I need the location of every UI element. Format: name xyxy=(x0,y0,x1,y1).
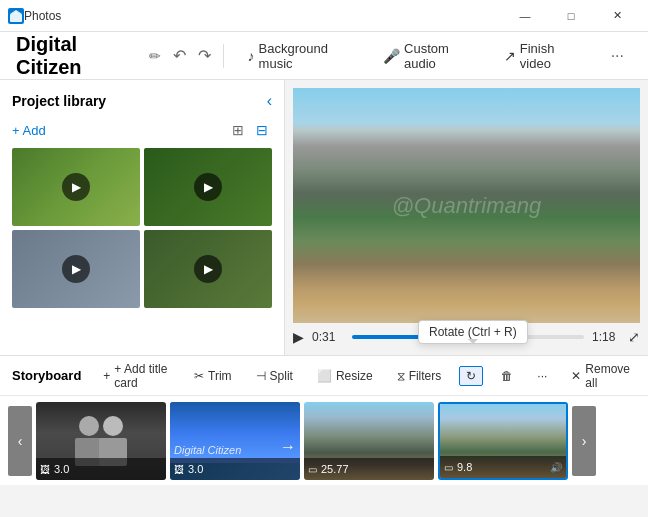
more-options-button[interactable]: ··· xyxy=(531,367,553,385)
clip-1[interactable]: 🖼 3.0 xyxy=(36,402,166,480)
trim-button[interactable]: ✂ Trim xyxy=(188,367,238,385)
storyboard-clips: ‹ 🖼 3.0 Digital Citizen → 🖼 xyxy=(0,396,648,486)
project-library-panel: Project library ‹ + Add ⊞ ⊟ ▶ ▶ ▶ ▶ xyxy=(0,80,285,355)
grid-view-1-button[interactable]: ⊞ xyxy=(228,120,248,140)
toolbar-divider xyxy=(223,44,224,68)
background-music-label: Background music xyxy=(259,41,351,71)
grid-view-2-button[interactable]: ⊟ xyxy=(252,120,272,140)
total-time: 1:18 xyxy=(592,330,620,344)
clip-4-audio-icon: 🔊 xyxy=(550,462,562,473)
main-toolbar: Digital Citizen ✏ ↶ ↷ ♪ Background music… xyxy=(0,32,648,80)
add-media-row: + Add ⊞ ⊟ xyxy=(12,120,272,140)
resize-button[interactable]: ⬜ Resize xyxy=(311,367,379,385)
fullscreen-button[interactable]: ⤢ xyxy=(628,329,640,345)
audio-icon: 🎤 xyxy=(383,48,400,64)
storyboard-area: Storyboard + + Add title card ✂ Trim ⊣ S… xyxy=(0,355,648,485)
toolbar-more-button[interactable]: ··· xyxy=(603,43,632,69)
panel-header: Project library ‹ xyxy=(12,92,272,110)
preview-image xyxy=(293,88,640,323)
tooltip-text: Rotate (Ctrl + R) xyxy=(429,325,517,339)
clip-1-bottom: 🖼 3.0 xyxy=(36,458,166,480)
edit-title-icon[interactable]: ✏ xyxy=(149,48,161,64)
storyboard-toolbar: Storyboard + + Add title card ✂ Trim ⊣ S… xyxy=(0,356,648,396)
more-options-icon: ··· xyxy=(537,369,547,383)
play-overlay-3: ▶ xyxy=(62,255,90,283)
clip-4-duration: 9.8 xyxy=(457,461,472,473)
split-icon: ⊣ xyxy=(256,369,266,383)
play-overlay-1: ▶ xyxy=(62,173,90,201)
clip-1-duration: 3.0 xyxy=(54,463,69,475)
titlebar: Photos — □ ✕ xyxy=(0,0,648,32)
finish-video-button[interactable]: ↗ Finish video xyxy=(496,37,587,75)
remove-all-button[interactable]: ✕ Remove all xyxy=(565,360,636,392)
panel-title: Project library xyxy=(12,93,106,109)
scroll-left-button[interactable]: ‹ xyxy=(8,406,32,476)
trim-icon: ✂ xyxy=(194,369,204,383)
preview-panel: @Quantrimang ▶ 0:31 1:18 ⤢ xyxy=(285,80,648,355)
close-button[interactable]: ✕ xyxy=(594,0,640,32)
export-icon: ↗ xyxy=(504,48,516,64)
delete-button[interactable]: 🗑 xyxy=(495,367,519,385)
play-overlay-2: ▶ xyxy=(194,173,222,201)
filters-label: Filters xyxy=(409,369,442,383)
clip-4-type-icon: ▭ xyxy=(444,462,453,473)
add-title-card-label: + Add title card xyxy=(114,362,170,390)
clip-2-bottom: 🖼 3.0 xyxy=(170,458,300,480)
resize-label: Resize xyxy=(336,369,373,383)
clip-4-bottom: ▭ 9.8 🔊 xyxy=(440,456,566,478)
media-item-1[interactable]: ▶ xyxy=(12,148,140,226)
filters-icon: ⧖ xyxy=(397,369,405,383)
play-pause-button[interactable]: ▶ xyxy=(293,329,304,345)
media-item-4[interactable]: ▶ xyxy=(144,230,272,308)
finish-video-label: Finish video xyxy=(520,41,579,71)
rotate-button[interactable]: ↻ xyxy=(459,366,483,386)
clip-3-duration: 25.77 xyxy=(321,463,349,475)
video-preview: @Quantrimang xyxy=(293,88,640,323)
filters-button[interactable]: ⧖ Filters xyxy=(391,367,448,385)
background-music-button[interactable]: ♪ Background music xyxy=(240,37,359,75)
media-grid: ▶ ▶ ▶ ▶ xyxy=(12,148,272,308)
clip-2-text: Digital Citizen xyxy=(174,444,241,456)
play-overlay-4: ▶ xyxy=(194,255,222,283)
media-item-3[interactable]: ▶ xyxy=(12,230,140,308)
current-time: 0:31 xyxy=(312,330,344,344)
clip-3[interactable]: ▭ 25.77 xyxy=(304,402,434,480)
clip-2-duration: 3.0 xyxy=(188,463,203,475)
redo-button[interactable]: ↷ xyxy=(194,42,215,69)
rotate-tooltip: Rotate (Ctrl + R) xyxy=(418,320,528,344)
trim-label: Trim xyxy=(208,369,232,383)
undo-redo-group: ↶ ↷ xyxy=(169,42,215,69)
toolbar-actions: ♪ Background music 🎤 Custom audio ↗ Fini… xyxy=(240,37,632,75)
remove-all-label: Remove all xyxy=(585,362,630,390)
storyboard-label: Storyboard xyxy=(12,368,81,383)
maximize-button[interactable]: □ xyxy=(548,0,594,32)
scroll-right-button[interactable]: › xyxy=(572,406,596,476)
music-icon: ♪ xyxy=(248,48,255,64)
remove-all-icon: ✕ xyxy=(571,369,581,383)
view-toggles: ⊞ ⊟ xyxy=(228,120,272,140)
media-item-2[interactable]: ▶ xyxy=(144,148,272,226)
add-title-card-button[interactable]: + + Add title card xyxy=(97,360,176,392)
clip-2[interactable]: Digital Citizen → 🖼 3.0 xyxy=(170,402,300,480)
split-label: Split xyxy=(270,369,293,383)
project-title: Digital Citizen xyxy=(16,33,137,79)
split-button[interactable]: ⊣ Split xyxy=(250,367,299,385)
clip-2-type-icon: 🖼 xyxy=(174,464,184,475)
delete-icon: 🗑 xyxy=(501,369,513,383)
panel-collapse-button[interactable]: ‹ xyxy=(267,92,272,110)
clip-4[interactable]: ▭ 9.8 🔊 xyxy=(438,402,568,480)
undo-button[interactable]: ↶ xyxy=(169,42,190,69)
add-media-label: + Add xyxy=(12,123,46,138)
custom-audio-label: Custom audio xyxy=(404,41,472,71)
svg-rect-1 xyxy=(10,14,22,22)
titlebar-title: Photos xyxy=(24,9,502,23)
minimize-button[interactable]: — xyxy=(502,0,548,32)
rotate-icon: ↻ xyxy=(466,369,476,383)
clip-3-type-icon: ▭ xyxy=(308,464,317,475)
clip-3-bottom: ▭ 25.77 xyxy=(304,458,434,480)
add-title-icon: + xyxy=(103,369,110,383)
add-media-button[interactable]: + Add xyxy=(12,123,46,138)
app-icon xyxy=(8,8,24,24)
window-controls: — □ ✕ xyxy=(502,0,640,32)
custom-audio-button[interactable]: 🎤 Custom audio xyxy=(375,37,480,75)
